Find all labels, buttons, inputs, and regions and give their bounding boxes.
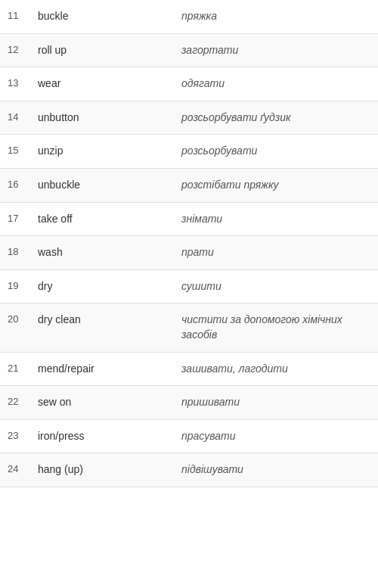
ukrainian-translation: зашивати, лагодити xyxy=(174,352,378,386)
ukrainian-translation: прати xyxy=(174,236,378,270)
ukrainian-translation: підвішувати xyxy=(174,453,378,487)
english-word: unbuckle xyxy=(30,168,174,202)
ukrainian-translation: чистити за допомогою хімічних засобів xyxy=(174,303,378,352)
english-word: wash xyxy=(30,236,174,270)
table-row: 17take offзнімати xyxy=(0,202,378,236)
ukrainian-translation: розсьорбувати xyxy=(174,135,378,169)
ukrainian-translation: сушити xyxy=(174,269,378,303)
english-word: dry clean xyxy=(30,303,174,352)
table-row: 13wearодягати xyxy=(0,67,378,101)
ukrainian-translation: пришивати xyxy=(174,386,378,420)
row-number: 18 xyxy=(0,236,30,270)
table-row: 19dryсушити xyxy=(0,269,378,303)
table-row: 16unbuckleрозстібати пряжку xyxy=(0,168,378,202)
table-row: 24hang (up)підвішувати xyxy=(0,453,378,487)
table-row: 15unzipрозсьорбувати xyxy=(0,135,378,169)
english-word: take off xyxy=(30,202,174,236)
english-word: unzip xyxy=(30,135,174,169)
ukrainian-translation: пряжка xyxy=(174,0,378,33)
row-number: 13 xyxy=(0,67,30,101)
row-number: 15 xyxy=(0,135,30,169)
row-number: 22 xyxy=(0,386,30,420)
row-number: 20 xyxy=(0,303,30,352)
row-number: 11 xyxy=(0,0,30,33)
english-word: dry xyxy=(30,269,174,303)
ukrainian-translation: розстібати пряжку xyxy=(174,168,378,202)
row-number: 23 xyxy=(0,419,30,453)
english-word: hang (up) xyxy=(30,453,174,487)
table-row: 12roll upзагортати xyxy=(0,33,378,67)
ukrainian-translation: загортати xyxy=(174,33,378,67)
table-row: 21mend/repairзашивати, лагодити xyxy=(0,352,378,386)
english-word: iron/press xyxy=(30,419,174,453)
row-number: 16 xyxy=(0,168,30,202)
ukrainian-translation: одягати xyxy=(174,67,378,101)
row-number: 12 xyxy=(0,33,30,67)
table-row: 20dry cleanчистити за допомогою хімічних… xyxy=(0,303,378,352)
ukrainian-translation: знімати xyxy=(174,202,378,236)
table-row: 11buckleпряжка xyxy=(0,0,378,33)
table-row: 22sew onпришивати xyxy=(0,386,378,420)
english-word: roll up xyxy=(30,33,174,67)
table-row: 18washпрати xyxy=(0,236,378,270)
english-word: unbutton xyxy=(30,101,174,135)
row-number: 14 xyxy=(0,101,30,135)
ukrainian-translation: прасувати xyxy=(174,419,378,453)
ukrainian-translation: розсьорбувати ґудзик xyxy=(174,101,378,135)
english-word: sew on xyxy=(30,386,174,420)
vocabulary-table: 11buckleпряжка12roll upзагортати13wearод… xyxy=(0,0,378,487)
table-row: 23iron/pressпрасувати xyxy=(0,419,378,453)
english-word: mend/repair xyxy=(30,352,174,386)
table-row: 14unbuttonрозсьорбувати ґудзик xyxy=(0,101,378,135)
english-word: wear xyxy=(30,67,174,101)
row-number: 21 xyxy=(0,352,30,386)
row-number: 17 xyxy=(0,202,30,236)
row-number: 24 xyxy=(0,453,30,487)
row-number: 19 xyxy=(0,269,30,303)
english-word: buckle xyxy=(30,0,174,33)
